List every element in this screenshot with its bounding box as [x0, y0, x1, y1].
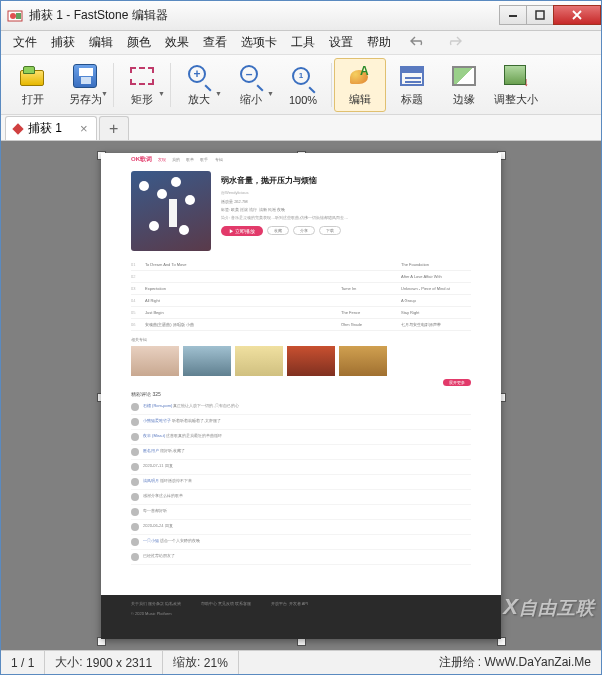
nav-item: 歌单: [186, 157, 194, 162]
menu-color[interactable]: 颜色: [121, 32, 157, 53]
comment-row: 已经推荐给朋友了: [131, 550, 471, 565]
download-button: 下载: [319, 226, 341, 235]
menu-file[interactable]: 文件: [7, 32, 43, 53]
comment-row: 石榴 (Rom-pom) 真正能让人放下一切的,只有自己的心: [131, 400, 471, 415]
track-row: 05Just BeginThe FenceStay Right: [131, 307, 471, 319]
fav-button: 收藏: [267, 226, 289, 235]
related-thumbs: [131, 346, 471, 376]
thumb: [287, 346, 335, 376]
share-button: 分享: [293, 226, 315, 235]
comment-row: 夜半 (Miss.t) 这首歌真的是我最近的单曲循环: [131, 430, 471, 445]
size-indicator: 大小: 1900 x 2311: [45, 651, 163, 674]
tab-label: 捕获 1: [28, 120, 62, 137]
track-row: 06安魂曲(主题曲) 原唱版 小曲Ohm Grade七月与安生电影原声带: [131, 319, 471, 331]
webpage-nav: 发现 我的 歌单 歌手 专辑: [158, 157, 228, 162]
svg-rect-4: [536, 11, 544, 19]
resize-icon: [502, 62, 530, 90]
rect-select-icon: [128, 62, 156, 90]
nav-item: 发现: [158, 157, 166, 162]
menu-help[interactable]: 帮助: [361, 32, 397, 53]
caption-button[interactable]: 标题: [386, 58, 438, 112]
maximize-button[interactable]: [526, 5, 554, 25]
more-button: 展开更多: [443, 379, 471, 386]
footer-col: 开放平台 开发者 API: [271, 601, 308, 607]
track-row: 02After A Love Affair With: [131, 271, 471, 283]
open-label: 打开: [22, 92, 44, 107]
open-button[interactable]: 打开: [7, 58, 59, 112]
chevron-down-icon: ▼: [158, 90, 165, 97]
menu-effect[interactable]: 效果: [159, 32, 195, 53]
separator: [331, 63, 332, 107]
menu-capture[interactable]: 捕获: [45, 32, 81, 53]
watermark: X自由互联: [503, 594, 595, 620]
captured-page: OK歌词 发现 我的 歌单 歌手 专辑 弱水音量，抛开压力与烦恼 @Wendyl…: [101, 153, 501, 639]
undo-icon[interactable]: [403, 33, 433, 52]
chevron-down-icon: ▼: [101, 90, 108, 97]
saveas-button[interactable]: 另存为 ▼: [59, 58, 111, 112]
webpage-footer: 关于我们 服务条款 隐私政策 帮助中心 意见反馈 联系客服 开放平台 开发者 A…: [101, 595, 501, 639]
edge-button[interactable]: 边缘: [438, 58, 490, 112]
registration-info: 注册给 : WwW.DaYanZai.Me: [429, 654, 601, 671]
redo-icon[interactable]: [439, 33, 469, 52]
comment-row: 2020-06-24 回复: [131, 520, 471, 535]
statusbar: 1 / 1 大小: 1900 x 2311 缩放: 21% 注册给 : WwW.…: [1, 650, 601, 674]
svg-point-1: [10, 13, 16, 19]
action-buttons: ▶ 立即播放 收藏 分享 下载: [221, 226, 471, 236]
menu-settings[interactable]: 设置: [323, 32, 359, 53]
zoomin-label: 放大: [188, 92, 210, 107]
comment-row: 小熊猫爱吃竹子 听着听着就睡着了,太舒服了: [131, 415, 471, 430]
play-button: ▶ 立即播放: [221, 226, 263, 236]
svg-rect-3: [509, 15, 517, 17]
zoom-out-icon: –: [237, 62, 265, 90]
menubar: 文件 捕获 编辑 颜色 效果 查看 选项卡 工具 设置 帮助: [1, 31, 601, 55]
comment-row: 一只小猫 适合一个人安静的夜晚: [131, 535, 471, 550]
zoomout-button[interactable]: – 缩小 ▼: [225, 58, 277, 112]
palette-icon: [346, 62, 374, 90]
app-window: 捕获 1 - FastStone 编辑器 文件 捕获 编辑 颜色 效果 查看 选…: [0, 0, 602, 675]
document-tab[interactable]: 捕获 1 ×: [5, 116, 97, 140]
webpage-header: OK歌词 发现 我的 歌单 歌手 专辑: [101, 153, 501, 167]
creator: @Wendylicious: [221, 190, 471, 195]
track-row: 01To Dream And To MoveThe Foundation: [131, 259, 471, 271]
rect-label: 矩形: [131, 92, 153, 107]
zoomin-button[interactable]: + 放大 ▼: [173, 58, 225, 112]
folder-open-icon: [19, 62, 47, 90]
track-row: 03ExpectationTame ImUnknown - Piece of M…: [131, 283, 471, 295]
album-cover: [131, 171, 211, 251]
app-icon: [7, 8, 23, 24]
close-tab-icon[interactable]: ×: [80, 121, 88, 136]
track-row: 04All RightA Group: [131, 295, 471, 307]
menu-tabs[interactable]: 选项卡: [235, 32, 283, 53]
album-info: 弱水音量，抛开压力与烦恼 @Wendylicious 播放量 262.7M 标签…: [221, 171, 471, 251]
menu-edit[interactable]: 编辑: [83, 32, 119, 53]
tabstrip: 捕获 1 × +: [1, 115, 601, 141]
chevron-down-icon: ▼: [215, 90, 222, 97]
canvas-area[interactable]: OK歌词 发现 我的 歌单 歌手 专辑 弱水音量，抛开压力与烦恼 @Wendyl…: [1, 141, 601, 650]
minimize-button[interactable]: [499, 5, 527, 25]
edge-label: 边缘: [453, 92, 475, 107]
comment-row: 每一首都好听: [131, 505, 471, 520]
save-icon: [71, 62, 99, 90]
zoom100-button[interactable]: 1 100%: [277, 58, 329, 112]
menu-view[interactable]: 查看: [197, 32, 233, 53]
rect-button[interactable]: 矩形 ▼: [116, 58, 168, 112]
comment-row: 匿名用户 很好听,收藏了: [131, 445, 471, 460]
new-tab-button[interactable]: +: [99, 116, 129, 140]
close-button[interactable]: [553, 5, 601, 25]
comment-row: 清风明月 循环播放停不下来: [131, 475, 471, 490]
window-title: 捕获 1 - FastStone 编辑器: [29, 7, 500, 24]
titlebar: 捕获 1 - FastStone 编辑器: [1, 1, 601, 31]
draw-button[interactable]: 编辑: [334, 58, 386, 112]
more-button-row: 展开更多: [131, 380, 471, 385]
resize-button[interactable]: 调整大小: [490, 58, 542, 112]
footer-col: 帮助中心 意见反馈 联系客服: [201, 601, 251, 607]
plays: 播放量 262.7M: [221, 199, 471, 204]
comment-row: 感谢分享这么棒的歌单: [131, 490, 471, 505]
footer-col: 关于我们 服务条款 隐私政策: [131, 601, 181, 607]
draw-label: 编辑: [349, 92, 371, 107]
nav-item: 我的: [172, 157, 180, 162]
menu-tools[interactable]: 工具: [285, 32, 321, 53]
zoomout-label: 缩小: [240, 92, 262, 107]
track-list: 01To Dream And To MoveThe Foundation02Af…: [131, 259, 471, 331]
thumb: [131, 346, 179, 376]
